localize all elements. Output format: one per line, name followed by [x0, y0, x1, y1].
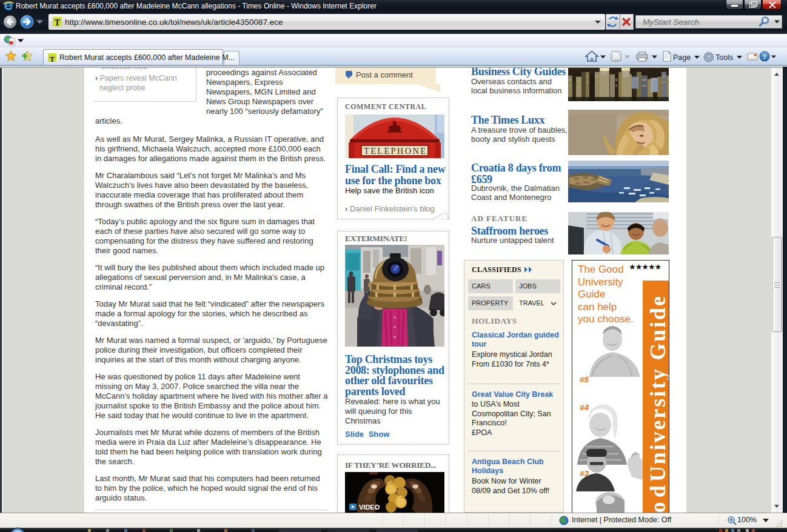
- svg-text:University Guide: University Guide: [646, 296, 669, 482]
- svg-text:TELEPHONE: TELEPHONE: [364, 146, 426, 156]
- svg-text:VIDEO: VIDEO: [359, 504, 380, 511]
- svg-text:Good: Good: [646, 485, 669, 513]
- svg-text:?: ?: [763, 53, 766, 61]
